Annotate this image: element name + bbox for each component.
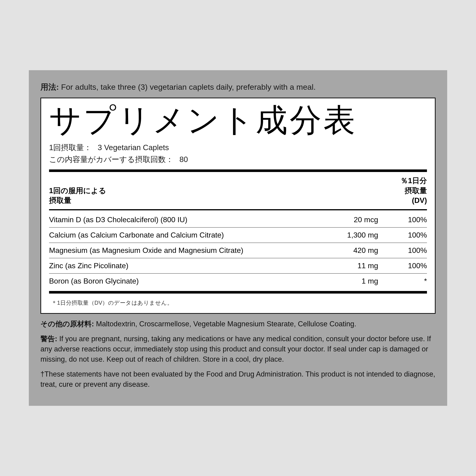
warning-text: If you are pregnant, nursing, taking any… bbox=[40, 335, 431, 363]
warning: 警告: If you are pregnant, nursing, taking… bbox=[40, 334, 436, 364]
col-right-line3: (DV) bbox=[400, 195, 427, 205]
servings-per-container-value: 80 bbox=[179, 153, 188, 165]
col-left-line1: 1回の服用による bbox=[49, 186, 106, 196]
supplement-facts-panel: サプリメント成分表 1回摂取量： 3 Vegetarian Caplets この… bbox=[40, 98, 436, 314]
other-ingredients: その他の原材料: Maltodextrin, Croscarmellose, V… bbox=[40, 319, 436, 329]
col-right-line1: ％1日分 bbox=[400, 176, 427, 186]
nutrient-name: Boron (as Boron Glycinate) bbox=[49, 273, 341, 289]
directions-label: 用法: bbox=[40, 83, 59, 91]
nutrient-amount: 1,300 mg bbox=[341, 227, 392, 243]
label-card: 用法: For adults, take three (3) vegetaria… bbox=[29, 70, 447, 406]
table-row: Calcium (as Calcium Carbonate and Calciu… bbox=[49, 227, 427, 243]
fda-disclaimer: †These statements have not been evaluate… bbox=[40, 369, 436, 390]
nutrient-table: Vitamin D (as D3 Cholecalciferol) (800 I… bbox=[49, 212, 427, 289]
dv-footnote: ＊1日分摂取量（DV）のデータはありません。 bbox=[49, 296, 427, 307]
col-right-line2: 摂取量 bbox=[400, 186, 427, 196]
nutrient-name: Vitamin D (as D3 Cholecalciferol) (800 I… bbox=[49, 212, 341, 228]
nutrient-name: Calcium (as Calcium Carbonate and Calciu… bbox=[49, 227, 341, 243]
rule-thick-bottom bbox=[49, 291, 427, 293]
table-row: Vitamin D (as D3 Cholecalciferol) (800 I… bbox=[49, 212, 427, 228]
panel-title: サプリメント成分表 bbox=[49, 104, 427, 137]
nutrient-dv: * bbox=[392, 273, 427, 289]
nutrient-dv: 100% bbox=[392, 258, 427, 273]
rule-med bbox=[49, 209, 427, 210]
directions-text: For adults, take three (3) vegetarian ca… bbox=[61, 83, 316, 91]
col-left-line2: 摂取量 bbox=[49, 195, 106, 205]
nutrient-amount: 1 mg bbox=[341, 273, 392, 289]
nutrient-amount: 20 mcg bbox=[341, 212, 392, 228]
serving-block: 1回摂取量： 3 Vegetarian Caplets この内容量がカバーする摂… bbox=[49, 142, 427, 165]
below-panel: その他の原材料: Maltodextrin, Croscarmellose, V… bbox=[40, 319, 436, 390]
nutrient-dv: 100% bbox=[392, 243, 427, 258]
nutrient-amount: 420 mg bbox=[341, 243, 392, 258]
serving-size-value: 3 Vegetarian Caplets bbox=[98, 142, 169, 153]
serving-size-label: 1回摂取量： bbox=[49, 142, 92, 153]
nutrient-name: Magnesium (as Magnesium Oxide and Magnes… bbox=[49, 243, 341, 258]
nutrient-amount: 11 mg bbox=[341, 258, 392, 273]
directions: 用法: For adults, take three (3) vegetaria… bbox=[40, 82, 436, 92]
table-row: Boron (as Boron Glycinate) 1 mg * bbox=[49, 273, 427, 289]
rule-thick-top bbox=[49, 170, 427, 172]
table-row: Magnesium (as Magnesium Oxide and Magnes… bbox=[49, 243, 427, 258]
servings-per-container-label: この内容量がカバーする摂取回数： bbox=[49, 153, 173, 165]
nutrient-dv: 100% bbox=[392, 227, 427, 243]
other-ingredients-text: Maltodextrin, Croscarmellose, Vegetable … bbox=[96, 320, 356, 328]
table-row: Zinc (as Zinc Picolinate) 11 mg 100% bbox=[49, 258, 427, 273]
other-ingredients-label: その他の原材料: bbox=[40, 320, 94, 328]
nutrient-dv: 100% bbox=[392, 212, 427, 228]
warning-label: 警告: bbox=[40, 335, 57, 343]
column-headers: 1回の服用による 摂取量 ％1日分 摂取量 (DV) bbox=[49, 174, 427, 207]
nutrient-name: Zinc (as Zinc Picolinate) bbox=[49, 258, 341, 273]
